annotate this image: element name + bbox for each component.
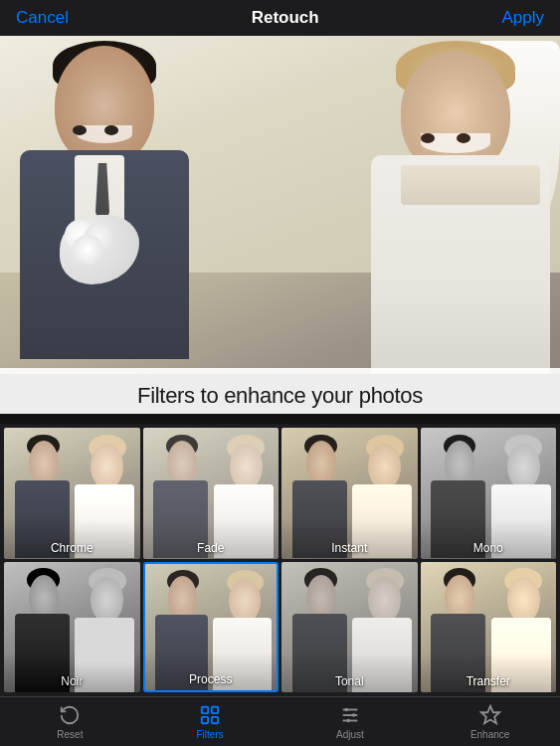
tab-reset[interactable]: Reset <box>0 703 140 740</box>
tab-filters-label: Filters <box>197 729 224 740</box>
filter-instant[interactable]: Instant <box>281 428 418 559</box>
tab-reset-label: Reset <box>57 729 83 740</box>
filter-thumb-instant: Instant <box>281 428 418 559</box>
photo-overlay <box>0 36 560 374</box>
filter-chrome[interactable]: Chrome <box>4 428 140 559</box>
filter-label-fade: Fade <box>143 541 280 555</box>
svg-point-9 <box>346 719 350 723</box>
filter-process[interactable]: Process <box>143 562 280 693</box>
svg-rect-2 <box>202 717 208 723</box>
caption-text: Filters to enhance your photos <box>137 383 423 409</box>
reset-icon <box>58 703 82 727</box>
filter-thumb-mono: Mono <box>421 428 557 559</box>
photo-area: Filters to enhance your photos <box>0 36 560 424</box>
filter-base-transfer <box>421 562 557 693</box>
svg-point-7 <box>344 708 348 712</box>
filter-thumb-fade: Fade <box>143 428 280 559</box>
adjust-icon <box>338 703 362 727</box>
filter-grid: Chrome Fade Instant <box>0 424 560 696</box>
bride-body <box>371 155 550 374</box>
tab-filters[interactable]: Filters <box>140 703 280 740</box>
filter-thumb-chrome: Chrome <box>4 428 140 559</box>
groom-head <box>55 46 154 165</box>
filter-transfer[interactable]: Transfer <box>421 562 557 693</box>
filter-thumb-tonal: Tonal <box>281 562 418 693</box>
filter-thumb-transfer: Transfer <box>421 562 557 693</box>
separator <box>0 414 560 424</box>
filter-tonal[interactable]: Tonal <box>281 562 418 693</box>
cancel-button[interactable]: Cancel <box>14 4 71 32</box>
filter-label-tonal: Tonal <box>281 674 418 688</box>
filter-base-fade <box>143 428 280 559</box>
bottom-tab-bar: Reset Filters Adjust <box>0 696 560 746</box>
filter-mono[interactable]: Mono <box>421 428 557 559</box>
filter-base-mono <box>421 428 557 559</box>
svg-marker-10 <box>480 706 498 723</box>
filter-label-transfer: Transfer <box>421 674 557 688</box>
tab-enhance-label: Enhance <box>470 729 509 740</box>
tab-enhance[interactable]: Enhance <box>420 703 560 740</box>
filters-icon <box>198 703 222 727</box>
tab-adjust[interactable]: Adjust <box>280 703 421 740</box>
filter-base-instant <box>281 428 418 559</box>
filter-label-instant: Instant <box>281 541 418 555</box>
enhance-icon <box>478 703 502 727</box>
svg-rect-0 <box>202 707 208 713</box>
filter-base-chrome <box>4 428 140 559</box>
svg-rect-3 <box>212 717 218 723</box>
filter-label-process: Process <box>145 672 278 686</box>
page-title: Retouch <box>252 8 319 28</box>
tab-adjust-label: Adjust <box>336 729 364 740</box>
filter-base-noir <box>4 562 140 693</box>
filter-label-chrome: Chrome <box>4 541 140 555</box>
filter-thumb-noir: Noir <box>4 562 140 693</box>
filter-fade[interactable]: Fade <box>143 428 280 559</box>
filter-label-noir: Noir <box>4 674 140 688</box>
main-photo <box>0 36 560 374</box>
svg-point-8 <box>352 713 356 717</box>
filter-noir[interactable]: Noir <box>4 562 140 693</box>
filter-thumb-process: Process <box>145 564 278 691</box>
top-bar: Cancel Retouch Apply <box>0 0 560 36</box>
apply-button[interactable]: Apply <box>499 4 546 32</box>
svg-rect-1 <box>212 707 218 713</box>
filter-base-process <box>145 564 278 691</box>
filter-label-mono: Mono <box>421 541 557 555</box>
filter-base-tonal <box>281 562 418 693</box>
